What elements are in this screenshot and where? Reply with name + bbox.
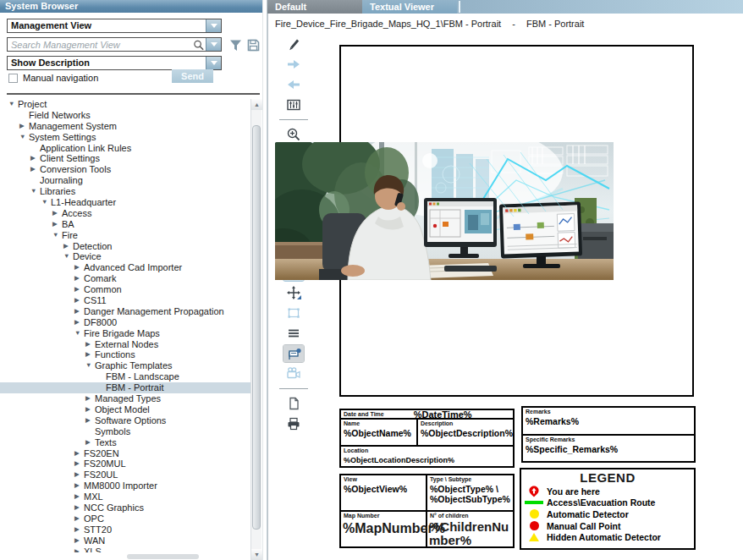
scrollbar-thumb[interactable] <box>252 125 261 530</box>
tree-item[interactable]: ▶FS20UL <box>0 469 250 480</box>
tree-item[interactable]: FBM - Portrait <box>0 382 250 393</box>
tab-default[interactable]: Default <box>267 0 362 14</box>
collapse-arrow-icon[interactable]: ▼ <box>8 99 18 110</box>
dropdown-arrow-icon[interactable] <box>206 57 221 69</box>
expand-arrow-icon[interactable]: ▶ <box>74 284 84 295</box>
tree-item[interactable]: ▶FS20EN <box>0 448 250 459</box>
collapse-arrow-icon[interactable]: ▼ <box>74 328 84 339</box>
expand-arrow-icon[interactable]: ▶ <box>74 262 84 273</box>
tree-item[interactable]: ▶Access <box>0 208 250 219</box>
expand-arrow-icon[interactable]: ▶ <box>74 535 84 546</box>
tree-item[interactable]: ▶WAN <box>0 535 250 546</box>
tree-item[interactable]: ▶OPC <box>0 513 250 524</box>
description-dropdown[interactable]: Show Description <box>7 56 222 70</box>
expand-arrow-icon[interactable]: ▶ <box>74 469 84 480</box>
tree-item[interactable]: ▶Management System <box>0 121 250 132</box>
expand-arrow-icon[interactable]: ▶ <box>74 295 84 306</box>
expand-arrow-icon[interactable]: ▶ <box>74 306 84 317</box>
expand-arrow-icon[interactable]: ▶ <box>74 491 84 502</box>
expand-arrow-icon[interactable]: ▶ <box>52 219 62 230</box>
expand-arrow-icon[interactable]: ▶ <box>63 241 73 252</box>
dropdown-arrow-icon[interactable] <box>206 19 221 32</box>
scroll-down-icon[interactable]: ▼ <box>251 549 262 560</box>
expand-arrow-icon[interactable]: ▶ <box>74 524 84 535</box>
save-icon[interactable] <box>246 38 261 52</box>
expand-arrow-icon[interactable]: ▶ <box>74 513 84 524</box>
tree-item[interactable]: ▶MM8000 Importer <box>0 480 250 491</box>
tree-vertical-scrollbar[interactable]: ▲ ▼ <box>250 99 261 560</box>
expand-arrow-icon[interactable]: ▶ <box>85 393 95 404</box>
tree-item[interactable]: ▶BA <box>0 219 250 230</box>
tree-item[interactable]: Application Link Rules <box>0 143 250 154</box>
tree-item[interactable]: ▼L1-Headquarter <box>0 197 250 208</box>
expand-arrow-icon[interactable]: ▶ <box>74 546 84 552</box>
expand-arrow-icon[interactable]: ▶ <box>85 437 95 448</box>
edit-pen-icon[interactable] <box>283 36 304 52</box>
new-page-icon[interactable] <box>283 395 304 412</box>
collapse-arrow-icon[interactable]: ▼ <box>30 186 40 197</box>
tree-item[interactable]: ▶Conversion Tools <box>0 164 250 175</box>
tree-item[interactable]: ▶Detection <box>0 241 250 252</box>
filter-icon[interactable] <box>228 38 243 52</box>
collapse-arrow-icon[interactable]: ▼ <box>52 230 62 241</box>
tree-item[interactable]: ▶Managed Types <box>0 393 250 404</box>
collapse-arrow-icon[interactable]: ▼ <box>19 132 29 143</box>
manual-navigation-checkbox[interactable] <box>8 74 18 83</box>
search-input[interactable] <box>8 38 192 51</box>
tree-item[interactable]: ▼Libraries <box>0 186 250 197</box>
tree-item[interactable]: ▶NCC Graphics <box>0 502 250 513</box>
expand-arrow-icon[interactable]: ▶ <box>85 339 95 350</box>
print-icon[interactable] <box>283 415 304 432</box>
tree-item[interactable]: Journaling <box>0 175 250 186</box>
tree-item[interactable]: ▶Advanced Cad Importer <box>0 262 250 273</box>
tree-item[interactable]: ▶CS11 <box>0 295 250 306</box>
expand-arrow-icon[interactable]: ▶ <box>85 415 95 426</box>
tree-item[interactable]: ▶DF8000 <box>0 317 250 328</box>
tree-item[interactable]: Field Networks <box>0 110 250 121</box>
collapse-arrow-icon[interactable]: ▼ <box>63 251 73 262</box>
tree-item[interactable]: ▶STT20 <box>0 524 250 535</box>
tree-item[interactable]: ▶Comark <box>0 273 250 284</box>
camera-icon[interactable] <box>283 365 304 382</box>
tree-item[interactable]: ▶FS20MUL <box>0 458 250 469</box>
display-settings-icon[interactable] <box>283 96 304 113</box>
expand-arrow-icon[interactable]: ▶ <box>74 317 84 328</box>
tree-item[interactable]: FBM - Landscape <box>0 371 250 382</box>
expand-arrow-icon[interactable]: ▶ <box>52 208 62 219</box>
back-arrow-icon[interactable] <box>283 76 304 93</box>
tree-item[interactable]: ▶Software Options <box>0 415 250 426</box>
tree-item[interactable]: ▼Project <box>0 99 250 110</box>
expand-arrow-icon[interactable]: ▶ <box>85 404 95 415</box>
tree-item[interactable]: ▼Fire Brigade Maps <box>0 328 250 339</box>
view-dropdown[interactable]: Management View <box>7 19 222 33</box>
expand-arrow-icon[interactable]: ▶ <box>74 480 84 491</box>
tree-item[interactable]: ▶Functions <box>0 349 250 360</box>
search-combo[interactable] <box>7 37 222 52</box>
layers-icon[interactable] <box>283 325 304 342</box>
expand-arrow-icon[interactable]: ▶ <box>74 448 84 459</box>
tree-item[interactable]: ▼Fire <box>0 230 250 241</box>
tree-item[interactable]: ▶MXL <box>0 491 250 502</box>
expand-arrow-icon[interactable]: ▶ <box>30 153 40 164</box>
tree-item[interactable]: ▼System Settings <box>0 132 250 143</box>
tree-item[interactable]: ▶XLS <box>0 546 250 552</box>
scroll-up-icon[interactable]: ▲ <box>251 99 262 110</box>
expand-arrow-icon[interactable]: ▶ <box>74 273 84 284</box>
tree-horizontal-scrollbar[interactable] <box>127 554 199 559</box>
expand-arrow-icon[interactable]: ▶ <box>74 502 84 513</box>
expand-arrow-icon[interactable]: ▶ <box>19 121 29 132</box>
annotation-icon[interactable] <box>283 345 304 362</box>
tree-item[interactable]: Symbols <box>0 426 250 437</box>
resize-selection-icon[interactable] <box>283 305 304 321</box>
send-button[interactable]: Send <box>172 69 213 83</box>
collapse-arrow-icon[interactable]: ▼ <box>85 360 95 371</box>
forward-arrow-icon[interactable] <box>283 56 304 73</box>
search-dropdown-arrow-icon[interactable] <box>206 38 221 51</box>
tree-item[interactable]: ▶Object Model <box>0 404 250 415</box>
tree-item[interactable]: ▶Texts <box>0 437 250 448</box>
tree-item[interactable]: ▶External Nodes <box>0 339 250 350</box>
tree-item[interactable]: ▶Client Settings <box>0 153 250 164</box>
zoom-in-icon[interactable] <box>283 126 304 143</box>
collapse-arrow-icon[interactable]: ▼ <box>41 197 51 208</box>
tree-item[interactable]: ▼Graphic Templates <box>0 360 250 371</box>
